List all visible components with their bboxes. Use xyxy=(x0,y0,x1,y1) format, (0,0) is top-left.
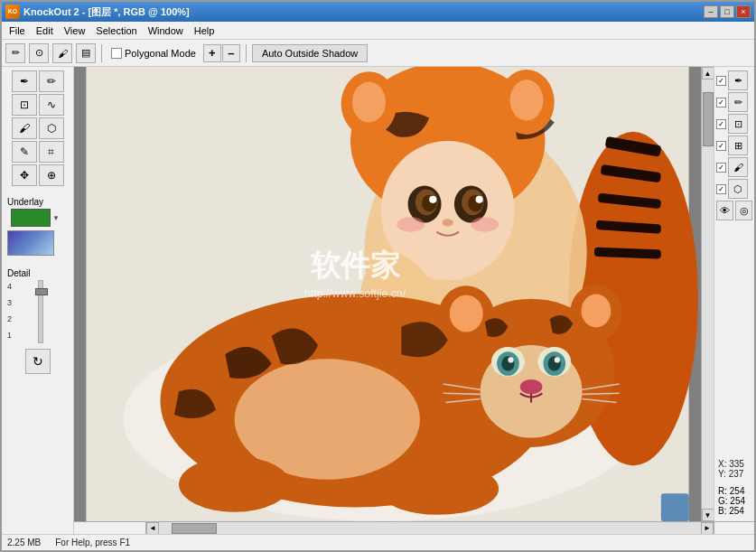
tool-lasso[interactable]: ∿ xyxy=(39,94,64,116)
r-value: 254 xyxy=(730,486,745,496)
underlay-dropdown[interactable]: ▼ xyxy=(4,209,71,227)
detail-slider-thumb[interactable] xyxy=(35,288,48,295)
canvas-area[interactable]: 软件家 http://www.softjie.cn/ xyxy=(74,67,701,521)
right-tool-2[interactable]: ✏ xyxy=(728,92,748,112)
plus-button[interactable]: + xyxy=(203,44,221,62)
polygonal-mode-label: Polygonal Mode xyxy=(125,48,196,59)
right-check-1[interactable]: ✓ xyxy=(716,76,726,86)
tick-3: 3 xyxy=(7,298,12,307)
tool-row-4: ✎ ⌗ xyxy=(12,141,64,163)
tick-4: 4 xyxy=(7,282,12,291)
g-label: G: xyxy=(718,496,728,506)
tool-pen1[interactable]: ✎ xyxy=(12,141,37,163)
horizontal-scrollbar-row: ◄ ► xyxy=(74,521,754,534)
right-tool-6[interactable]: ⬡ xyxy=(728,179,748,199)
menu-bar: File Edit View Selection Window Help xyxy=(2,22,754,40)
right-check-3[interactable]: ✓ xyxy=(716,119,726,129)
tool-select[interactable]: ⬡ xyxy=(39,117,64,139)
menu-file[interactable]: File xyxy=(4,23,31,38)
right-row-3: ✓ ⊡ xyxy=(716,114,752,134)
plus-minus-group: + – xyxy=(203,44,240,62)
tool-brush2[interactable]: ✏ xyxy=(39,70,64,92)
tick-2: 2 xyxy=(7,314,12,323)
right-row-7: 👁 ◎ xyxy=(716,201,752,220)
svg-point-43 xyxy=(582,295,611,328)
svg-text:软件家: 软件家 xyxy=(310,248,401,282)
right-tool-3[interactable]: ⊡ xyxy=(728,114,748,134)
right-check-2[interactable]: ✓ xyxy=(716,98,726,108)
menu-window[interactable]: Window xyxy=(143,23,189,38)
canvas-and-scrollbar: 软件家 http://www.softjie.cn/ ▲ ▼ xyxy=(74,67,754,521)
tool-move[interactable]: ✥ xyxy=(12,164,37,186)
minimize-button[interactable]: – xyxy=(704,5,718,18)
h-scroll-content[interactable]: ◄ ► xyxy=(146,522,714,535)
scroll-right-arrow[interactable]: ► xyxy=(701,522,714,535)
tool-row-3: 🖌 ⬡ xyxy=(12,117,64,139)
detail-label: Detail xyxy=(4,267,71,280)
close-button[interactable]: × xyxy=(736,5,751,18)
app-icon: KO xyxy=(5,5,20,19)
minus-button[interactable]: – xyxy=(222,44,240,62)
underlay-dropdown-arrow[interactable]: ▼ xyxy=(52,214,60,222)
detail-slider-track[interactable] xyxy=(38,280,43,343)
vertical-scrollbar[interactable]: ▲ ▼ xyxy=(701,67,714,521)
menu-selection[interactable]: Selection xyxy=(90,23,142,38)
toolbar-tool4[interactable]: ▤ xyxy=(76,43,96,63)
polygonal-mode-checkbox[interactable] xyxy=(111,48,122,59)
right-tool-4[interactable]: ⊞ xyxy=(728,136,748,155)
status-bar: 2.25 MB For Help, press F1 xyxy=(2,534,754,550)
scroll-thumb-vertical[interactable] xyxy=(703,92,714,146)
scroll-thumb-horizontal[interactable] xyxy=(172,523,217,534)
toolbar-tool1[interactable]: ✏ xyxy=(5,43,25,63)
x-coord-row: X: 335 xyxy=(718,459,751,469)
menu-edit[interactable]: Edit xyxy=(31,23,59,38)
menu-help[interactable]: Help xyxy=(189,23,220,38)
right-check-5[interactable]: ✓ xyxy=(716,163,726,173)
right-tool-5[interactable]: 🖌 xyxy=(728,157,748,177)
svg-point-37 xyxy=(508,357,513,362)
app-window: KO KnockOut 2 - [图层 *, RGB @ 100%] – □ ×… xyxy=(0,0,756,552)
right-spacer xyxy=(716,222,752,454)
right-tool-1[interactable]: ✒ xyxy=(728,70,748,90)
b-value: 254 xyxy=(729,506,744,516)
left-toolbar: ✒ ✏ ⊡ ∿ 🖌 ⬡ ✎ ⌗ ✥ ⊕ Underlay xyxy=(2,67,74,534)
x-value: 335 xyxy=(729,459,744,469)
g-value: 254 xyxy=(730,496,745,506)
tool-paint[interactable]: 🖌 xyxy=(12,117,37,139)
auto-shadow-button[interactable]: Auto Outside Shadow xyxy=(252,44,368,62)
scroll-up-arrow[interactable]: ▲ xyxy=(702,67,714,80)
refresh-button[interactable]: ↻ xyxy=(25,349,51,374)
right-row-5: ✓ 🖌 xyxy=(716,157,752,177)
right-check-4[interactable]: ✓ xyxy=(716,141,726,151)
svg-text:http://www.softjie.cn/: http://www.softjie.cn/ xyxy=(304,287,406,300)
right-tool-eye[interactable]: 👁 xyxy=(716,201,733,220)
tool-zoom[interactable]: ⊕ xyxy=(39,164,64,186)
svg-point-25 xyxy=(471,217,499,231)
svg-point-41 xyxy=(450,295,483,332)
scroll-down-arrow[interactable]: ▼ xyxy=(702,509,714,521)
svg-point-44 xyxy=(179,456,290,512)
underlay-color-swatch[interactable] xyxy=(11,209,51,227)
title-bar: KO KnockOut 2 - [图层 *, RGB @ 100%] – □ × xyxy=(2,2,754,22)
toolbar: ✏ ⊙ 🖌 ▤ Polygonal Mode + – Auto Outside … xyxy=(2,40,754,67)
y-value: 237 xyxy=(729,469,744,479)
tool-eraser[interactable]: ⊡ xyxy=(12,94,37,116)
right-row-2: ✓ ✏ xyxy=(716,92,752,112)
tool-brush1[interactable]: ✒ xyxy=(12,70,37,92)
right-tool-eye2[interactable]: ◎ xyxy=(735,201,752,220)
menu-view[interactable]: View xyxy=(59,23,91,38)
toolbar-tool3[interactable]: 🖌 xyxy=(52,43,72,63)
y-label: Y: xyxy=(718,469,726,479)
right-row-6: ✓ ⬡ xyxy=(716,179,752,199)
scroll-left-arrow[interactable]: ◄ xyxy=(146,522,159,535)
maximize-button[interactable]: □ xyxy=(720,5,734,18)
right-check-6[interactable]: ✓ xyxy=(716,184,726,194)
tool-row-2: ⊡ ∿ xyxy=(12,94,64,116)
svg-point-22 xyxy=(476,196,483,203)
main-area: ✒ ✏ ⊡ ∿ 🖌 ⬡ ✎ ⌗ ✥ ⊕ Underlay xyxy=(2,67,754,534)
tool-pen2[interactable]: ⌗ xyxy=(39,141,64,163)
canvas-scroll-area: 软件家 http://www.softjie.cn/ ▲ ▼ xyxy=(74,67,754,534)
title-bar-left: KO KnockOut 2 - [图层 *, RGB @ 100%] xyxy=(5,5,190,19)
svg-rect-54 xyxy=(661,493,689,521)
toolbar-tool2[interactable]: ⊙ xyxy=(29,43,49,63)
